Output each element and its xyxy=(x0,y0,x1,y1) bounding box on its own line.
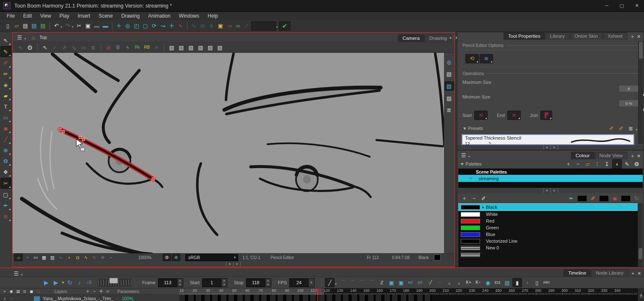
curve-editor-button[interactable]: ∿ xyxy=(190,22,198,30)
dropper-current-swatch[interactable] xyxy=(577,195,587,202)
abc-labels-button[interactable]: ABC xyxy=(542,278,551,287)
ease-out-button[interactable]: ⌒ xyxy=(348,278,357,287)
dropper-icon[interactable]: ✒ xyxy=(567,194,576,202)
add-layer-button[interactable]: + xyxy=(85,289,91,294)
pencil-editor-tool[interactable]: ✎ xyxy=(0,46,11,57)
tab-xsheet[interactable]: Xsheet xyxy=(603,32,627,40)
splitter-collapse-down-button[interactable]: ∨ xyxy=(233,262,241,266)
timeline-zoom-button[interactable]: ± xyxy=(637,291,644,300)
set-ease-button[interactable]: ⌒ xyxy=(368,278,377,287)
merge-layers-button[interactable]: ≣ xyxy=(89,43,98,52)
remove-layer-button[interactable]: − xyxy=(91,289,97,294)
layer-lock-icon[interactable]: ▫ xyxy=(15,296,21,301)
text-tool[interactable]: T xyxy=(1,101,11,112)
spin-down-button[interactable]: ▼ xyxy=(177,283,183,287)
ink-current-swatch[interactable] xyxy=(621,195,631,202)
check-col-icon[interactable]: ▢ xyxy=(35,289,41,294)
loop-button[interactable]: ↻ xyxy=(65,278,74,287)
select-by-colour-tool[interactable]: ▢ xyxy=(1,189,11,200)
edit-colour-button[interactable]: ✐ xyxy=(479,194,488,202)
menu-edit[interactable]: Edit xyxy=(19,13,36,19)
rectangle-tool[interactable]: ▭ xyxy=(1,112,11,122)
palette-folder-button[interactable]: ▱ xyxy=(583,160,592,168)
add-keyframe-button[interactable]: KF xyxy=(406,278,415,287)
add-view-button[interactable]: + xyxy=(447,35,454,41)
close-view-button[interactable]: ✕ xyxy=(636,270,642,277)
select-tool-mode-button[interactable]: ⇖ xyxy=(41,43,49,52)
drawing-canvas[interactable] xyxy=(13,53,444,253)
timeline-playhead[interactable] xyxy=(317,288,318,301)
splitter-collapse-down-button[interactable]: ∨ xyxy=(551,145,558,150)
menu-animation[interactable]: Animation xyxy=(144,13,174,19)
lock-col-icon[interactable]: ◘ xyxy=(22,289,28,294)
paste-button[interactable]: ▣ xyxy=(83,22,92,30)
spin-up-button[interactable]: ▲ xyxy=(221,279,227,283)
delete-button[interactable]: ▬ xyxy=(92,22,101,30)
view-cube-1-button[interactable]: ▧ xyxy=(167,43,176,52)
panel-menu-icon-caret-icon[interactable]: ▾ xyxy=(24,37,26,41)
tab-tool-properties[interactable]: Tool Properties xyxy=(504,32,545,40)
ink-tool[interactable]: ◙ xyxy=(1,123,11,133)
spin-up-button[interactable]: ▲ xyxy=(177,279,183,283)
tab-library[interactable]: Library xyxy=(545,32,569,40)
lock-icon[interactable]: ◘ xyxy=(74,254,81,261)
view-cube-2-button[interactable]: ▧ xyxy=(177,43,186,52)
new-preset-button[interactable]: ✐ xyxy=(607,124,616,132)
layer-name[interactable]: Yana__Mushnikova_2class_-_Trim_ xyxy=(43,296,114,301)
overlay-button[interactable]: ⁄ xyxy=(242,22,251,30)
render-view-button[interactable]: ▧ xyxy=(445,70,454,78)
colour-card-button[interactable]: ▬ xyxy=(101,22,110,30)
palette-down-button[interactable]: ↧ xyxy=(602,160,611,168)
scale-button[interactable]: ◰ xyxy=(132,22,141,30)
light-table-button[interactable]: ☼ xyxy=(14,254,23,261)
add-view-button[interactable]: + xyxy=(630,270,636,277)
remove-palette-button[interactable]: − xyxy=(574,160,582,168)
save-button[interactable]: ▤ xyxy=(21,22,30,30)
swatch-row-new-0[interactable]: ●New 0 xyxy=(458,244,643,251)
tab-node-library[interactable]: Node Library xyxy=(591,269,628,277)
breadcrumb[interactable]: Top xyxy=(39,35,47,40)
colour-swatch[interactable] xyxy=(461,226,480,230)
expand-all-icon[interactable]: » xyxy=(2,289,8,294)
spline-offset-button[interactable]: ∿ xyxy=(176,22,185,30)
colour-swatch[interactable] xyxy=(461,212,480,217)
auto-render-icon[interactable]: ϟ xyxy=(123,43,132,52)
palette-colour-mode-button[interactable]: ❂ xyxy=(632,160,641,168)
paint-tool[interactable]: ◈ xyxy=(1,80,11,90)
add-palette-button[interactable]: + xyxy=(564,160,573,168)
close-view-button[interactable]: ✕ xyxy=(636,153,642,159)
pencil-lasso-button[interactable]: ⟲ xyxy=(465,54,479,63)
field-grid-button[interactable]: ▥ xyxy=(49,254,56,261)
view-rotate-3d-button[interactable]: ◍ xyxy=(445,58,454,66)
tab-timeline[interactable]: Timeline xyxy=(564,269,591,277)
menu-play[interactable]: Play xyxy=(55,13,73,19)
presets-label[interactable]: ▼ Presets xyxy=(462,126,483,131)
paste-cycle-button[interactable]: ▣ xyxy=(397,278,405,287)
onion-skin-path-button[interactable]: ↝ xyxy=(225,22,234,30)
splitter-collapse-up-button[interactable]: ∧ xyxy=(226,262,233,266)
minimize-button[interactable]: ─ xyxy=(600,1,614,10)
undo-button[interactable]: ↶ xyxy=(52,22,61,30)
tool-preset-dropdown[interactable] xyxy=(251,21,276,31)
alert-icon[interactable]: ◗ xyxy=(65,254,73,261)
apply-tool-button[interactable]: ✔ xyxy=(279,21,291,31)
line-mode-button[interactable]: ╱ xyxy=(325,278,335,287)
line-tool[interactable]: ╱ xyxy=(1,134,11,144)
tab-onion-skin[interactable]: Onion Skin xyxy=(570,32,602,40)
layer-audio-icon[interactable]: ♪ xyxy=(2,296,8,301)
view-cube-6-button[interactable]: ▧ xyxy=(216,43,224,52)
render-off-icon[interactable]: ⊘ xyxy=(104,43,113,52)
swatch-row-partial[interactable]: ● xyxy=(458,251,643,258)
stop-frame-input[interactable]: 118 ▲▼ xyxy=(246,278,271,287)
splitter-collapse-down-button[interactable]: ∨ xyxy=(551,188,558,193)
ease-flat-button[interactable]: ⌒ xyxy=(358,278,367,287)
pan-view-button[interactable]: ✥ xyxy=(99,254,106,261)
timeline-layer-row[interactable]: ♪○▫ Yana__Mushnikova_2class_-_Trim_ ⌕ 10… xyxy=(0,295,179,301)
opengl-view-button[interactable]: ▧ xyxy=(444,81,454,91)
grid-button[interactable]: ▦ xyxy=(40,254,48,261)
render-b-button[interactable]: RB xyxy=(143,43,151,52)
menu-insert[interactable]: Insert xyxy=(73,13,94,19)
show-selection-icon[interactable]: ◉ xyxy=(8,289,14,294)
menu-drawing[interactable]: Drawing xyxy=(117,13,144,19)
swatch-row-black[interactable]: ●Black xyxy=(458,203,643,211)
